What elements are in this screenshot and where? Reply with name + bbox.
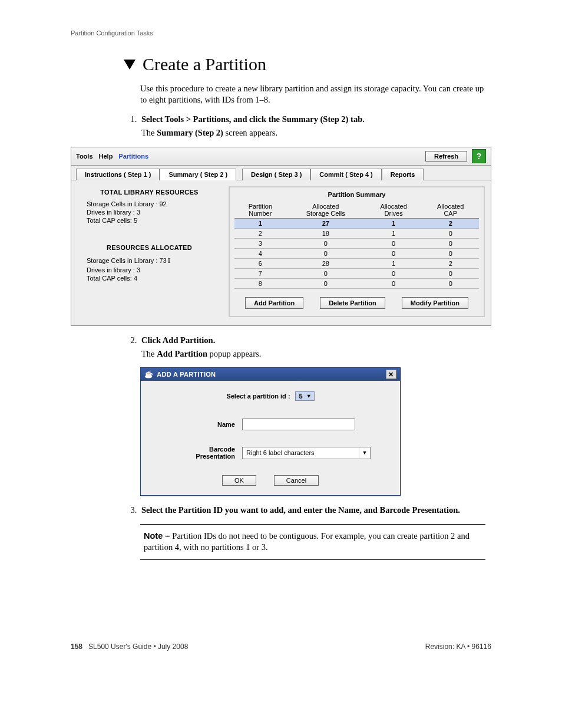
- help-icon[interactable]: ?: [472, 149, 486, 163]
- table-cell: 0: [286, 248, 365, 258]
- chevron-down-icon: ▼: [359, 447, 370, 459]
- step-1: Select Tools > Partitions, and click the…: [139, 114, 491, 138]
- table-cell: 27: [286, 218, 365, 228]
- page-footer: 158 SL500 User's Guide • July 2008 Revis…: [71, 643, 491, 651]
- tab-instructions[interactable]: Instructions ( Step 1 ): [76, 169, 160, 180]
- tab-summary[interactable]: Summary ( Step 2 ): [160, 169, 236, 180]
- step-2-desc-suffix: popup appears.: [207, 349, 261, 358]
- ok-button[interactable]: OK: [222, 475, 256, 486]
- table-cell: 1: [365, 218, 422, 228]
- page-title: Create a Partition: [143, 54, 266, 74]
- popup-titlebar: ☕ ADD A PARTITION ✕: [141, 368, 400, 381]
- refresh-button[interactable]: Refresh: [425, 151, 467, 162]
- tab-design[interactable]: Design ( Step 3 ): [242, 169, 310, 180]
- table-cell: 0: [422, 278, 479, 288]
- page-number: 158: [71, 643, 82, 651]
- delete-partition-button[interactable]: Delete Partition: [320, 297, 385, 309]
- popup-title-text: ADD A PARTITION: [157, 371, 216, 378]
- note-label: Note –: [144, 531, 172, 541]
- tab-reports[interactable]: Reports: [382, 169, 424, 180]
- step-1-desc-suffix: screen appears.: [223, 128, 277, 137]
- total-resources-heading: TOTAL LIBRARY RESOURCES: [77, 189, 222, 196]
- table-cell: 1: [234, 218, 286, 228]
- table-cell: 8: [234, 278, 286, 288]
- table-cell: 4: [234, 248, 286, 258]
- step-1-desc-prefix: The: [141, 128, 157, 137]
- table-cell: 0: [286, 238, 365, 248]
- step-2-desc: The Add Partition popup appears.: [141, 349, 491, 359]
- note-text: Partition IDs do not need to be contiguo…: [144, 531, 470, 552]
- alloc-cap-cells: Total CAP cells: 4: [87, 275, 222, 282]
- table-cell: 0: [365, 248, 422, 258]
- step-2-desc-bold: Add Partition: [157, 349, 207, 358]
- intro-text: Use this procedure to create a new libra…: [140, 83, 485, 106]
- text-cursor-icon: I: [168, 256, 170, 265]
- table-cell: 3: [234, 238, 286, 248]
- chevron-down-icon: ▼: [306, 393, 312, 399]
- partition-id-select[interactable]: 5 ▼: [295, 391, 315, 401]
- table-cell: 0: [286, 268, 365, 278]
- step-2: Click Add Partition. The Add Partition p…: [139, 335, 491, 359]
- partition-id-value: 5: [299, 393, 303, 400]
- table-row[interactable]: 3000: [234, 238, 479, 248]
- table-row[interactable]: 62812: [234, 258, 479, 268]
- table-cell: 0: [365, 278, 422, 288]
- name-label: Name: [153, 421, 242, 428]
- alloc-storage-cells-text: Storage Cells in Library : 73: [87, 257, 167, 264]
- app-screenshot-1: Tools Help Partitions Refresh ? Instruct…: [71, 147, 491, 326]
- footer-left: SL500 User's Guide • July 2008: [88, 643, 188, 651]
- menu-tools[interactable]: Tools: [76, 153, 93, 160]
- table-cell: 1: [365, 258, 422, 268]
- table-cell: 2: [234, 228, 286, 238]
- total-cap-cells: Total CAP cells: 5: [87, 217, 222, 224]
- select-partition-label: Select a partition id :: [226, 393, 290, 400]
- alloc-drives: Drives in library : 3: [87, 266, 222, 274]
- menu-partitions[interactable]: Partitions: [118, 153, 148, 160]
- allocated-resources-heading: RESOURCES ALLOCATED: [77, 244, 222, 251]
- table-row[interactable]: 4000: [234, 248, 479, 258]
- step-1-desc-bold: Summary (Step 2): [157, 128, 223, 137]
- name-input[interactable]: [242, 419, 355, 430]
- partition-summary-title: Partition Summary: [234, 191, 479, 198]
- table-cell: 28: [286, 258, 365, 268]
- partition-summary-panel: Partition Summary PartitionNumber Alloca…: [229, 186, 485, 317]
- add-partition-button[interactable]: Add Partition: [245, 297, 303, 309]
- table-cell: 2: [422, 258, 479, 268]
- table-cell: 0: [365, 268, 422, 278]
- barcode-presentation-select[interactable]: Right 6 label characters ▼: [242, 447, 371, 459]
- alloc-storage-cells: Storage Cells in Library : 73I: [87, 256, 222, 265]
- modify-partition-button[interactable]: Modify Partition: [402, 297, 468, 309]
- header-section: Partition Configuration Tasks: [71, 29, 491, 37]
- step-2-title: Click Add Partition.: [141, 335, 215, 345]
- tab-commit[interactable]: Commit ( Step 4 ): [310, 169, 381, 180]
- col-partition-number: PartitionNumber: [234, 202, 286, 219]
- tab-bar: Instructions ( Step 1 ) Summary ( Step 2…: [71, 166, 491, 180]
- table-row[interactable]: 12712: [234, 218, 479, 228]
- step-1-desc: The Summary (Step 2) screen appears.: [141, 128, 491, 138]
- col-allocated-storage: AllocatedStorage Cells: [286, 202, 365, 219]
- table-cell: 1: [365, 228, 422, 238]
- menu-help[interactable]: Help: [99, 153, 113, 160]
- table-row[interactable]: 7000: [234, 268, 479, 278]
- step-3-title: Select the Partition ID you want to add,…: [141, 505, 460, 515]
- table-cell: 0: [286, 278, 365, 288]
- total-storage-cells: Storage Cells in Library : 92: [87, 200, 222, 207]
- barcode-value: Right 6 label characters: [246, 449, 315, 456]
- triangle-down-icon: [124, 60, 135, 70]
- total-drives: Drives in library : 3: [87, 209, 222, 216]
- partition-table: PartitionNumber AllocatedStorage Cells A…: [234, 202, 479, 289]
- add-partition-popup: ☕ ADD A PARTITION ✕ Select a partition i…: [140, 367, 401, 496]
- table-cell: 18: [286, 228, 365, 238]
- close-icon[interactable]: ✕: [386, 370, 396, 379]
- menu-bar: Tools Help Partitions Refresh ?: [71, 147, 491, 166]
- table-cell: 6: [234, 258, 286, 268]
- table-cell: 0: [422, 248, 479, 258]
- cancel-button[interactable]: Cancel: [274, 475, 319, 486]
- col-allocated-cap: AllocatedCAP: [422, 202, 479, 219]
- table-row[interactable]: 8000: [234, 278, 479, 288]
- java-icon: ☕: [144, 370, 153, 378]
- table-row[interactable]: 21810: [234, 228, 479, 238]
- table-cell: 0: [422, 268, 479, 278]
- table-cell: 0: [365, 238, 422, 248]
- step-3: Select the Partition ID you want to add,…: [139, 505, 491, 515]
